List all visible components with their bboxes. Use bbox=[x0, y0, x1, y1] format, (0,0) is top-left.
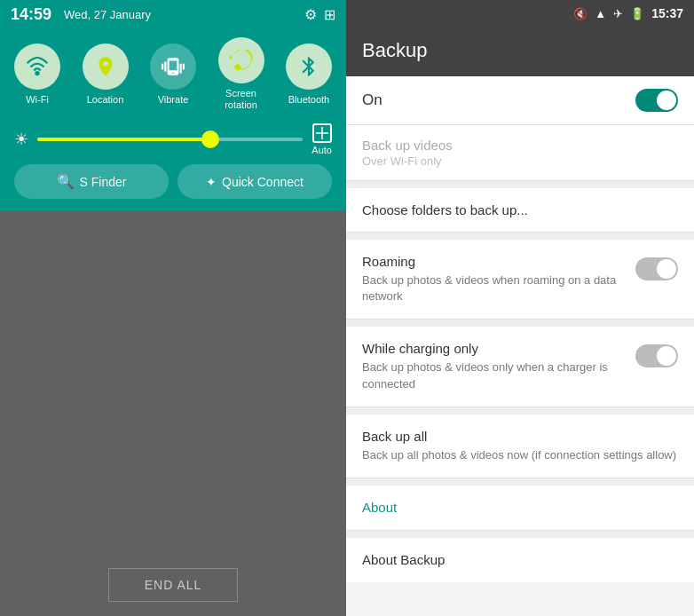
wifi-label: Wi-Fi bbox=[26, 94, 49, 106]
s-finder-icon: 🔍 bbox=[57, 173, 75, 190]
page-title: Backup bbox=[362, 39, 427, 61]
battery-icon: 🔋 bbox=[630, 7, 644, 20]
wifi-status-icon: ▲ bbox=[595, 7, 606, 20]
left-main-area: END ALL bbox=[0, 211, 346, 616]
backup-videos-title: Back up videos bbox=[362, 138, 678, 153]
wifi-icon-circle bbox=[14, 43, 60, 90]
right-panel: 🔇 ▲ ✈ 🔋 15:37 Backup On Back up videos O… bbox=[346, 0, 694, 616]
divider-5 bbox=[346, 478, 694, 486]
about-backup-row[interactable]: About Backup bbox=[346, 538, 694, 582]
on-toggle-row[interactable]: On bbox=[346, 76, 694, 125]
brightness-row: ☀ Auto bbox=[14, 123, 332, 155]
auto-label: Auto bbox=[312, 123, 332, 155]
roaming-subtitle: Back up photos & videos when roaming on … bbox=[362, 272, 625, 304]
while-charging-subtitle: Back up photos & videos only when a char… bbox=[362, 359, 625, 391]
bluetooth-label: Bluetooth bbox=[288, 94, 329, 106]
about-label: About bbox=[362, 500, 397, 515]
quick-icons-row: Wi-Fi Location Vibrate bbox=[14, 37, 332, 111]
quick-vibrate[interactable]: Vibrate bbox=[150, 43, 196, 106]
divider-2 bbox=[346, 233, 694, 240]
about-row[interactable]: About bbox=[346, 486, 694, 531]
mute-icon: 🔇 bbox=[573, 7, 588, 20]
on-label: On bbox=[362, 91, 382, 109]
backup-videos-subtitle: Over Wi-Fi only bbox=[362, 154, 678, 168]
left-status-icons: ⚙ ⊞ bbox=[304, 6, 335, 23]
roaming-row[interactable]: Roaming Back up photos & videos when roa… bbox=[346, 240, 694, 320]
brightness-thumb bbox=[201, 130, 219, 148]
right-status-bar: 🔇 ▲ ✈ 🔋 15:37 bbox=[346, 0, 694, 27]
quick-connect-icon: ✦ bbox=[206, 175, 217, 189]
about-backup-label: About Backup bbox=[362, 552, 445, 567]
choose-folders-row[interactable]: Choose folders to back up... bbox=[346, 188, 694, 233]
quick-screen-rotation[interactable]: Screen rotation bbox=[218, 37, 264, 111]
divider-4 bbox=[346, 407, 694, 415]
while-charging-toggle[interactable] bbox=[635, 344, 678, 367]
roaming-title: Roaming bbox=[362, 254, 625, 269]
divider-6 bbox=[346, 531, 694, 538]
left-date: Wed, 27 January bbox=[64, 8, 151, 21]
roaming-text: Roaming Back up photos & videos when roa… bbox=[362, 254, 635, 304]
quick-wifi[interactable]: Wi-Fi bbox=[14, 43, 60, 106]
end-all-button[interactable]: END ALL bbox=[108, 568, 239, 602]
quick-settings-panel: Wi-Fi Location Vibrate bbox=[0, 28, 346, 211]
roaming-toggle[interactable] bbox=[635, 257, 678, 280]
s-finder-label: S Finder bbox=[80, 175, 127, 189]
location-label: Location bbox=[87, 94, 124, 106]
grid-icon[interactable]: ⊞ bbox=[324, 6, 335, 23]
choose-folders-title: Choose folders to back up... bbox=[362, 202, 678, 217]
while-charging-title: While charging only bbox=[362, 341, 625, 356]
back-up-all-title: Back up all bbox=[362, 429, 678, 444]
quick-actions-row: 🔍 S Finder ✦ Quick Connect bbox=[14, 164, 332, 199]
divider-1 bbox=[346, 181, 694, 188]
back-up-all-row[interactable]: Back up all Back up all photos & videos … bbox=[346, 415, 694, 478]
quick-bluetooth[interactable]: Bluetooth bbox=[286, 43, 332, 106]
while-charging-text: While charging only Back up photos & vid… bbox=[362, 341, 635, 391]
backup-toggle[interactable] bbox=[635, 89, 678, 112]
settings-icon[interactable]: ⚙ bbox=[304, 6, 317, 23]
brightness-slider[interactable] bbox=[37, 138, 303, 141]
screen-rotation-icon-circle bbox=[218, 37, 264, 83]
screen-rotation-label: Screen rotation bbox=[225, 88, 257, 111]
svg-point-0 bbox=[35, 72, 38, 75]
right-time: 15:37 bbox=[651, 6, 683, 20]
backup-videos-row: Back up videos Over Wi-Fi only bbox=[346, 125, 694, 181]
vibrate-label: Vibrate bbox=[158, 94, 189, 106]
brightness-fill bbox=[37, 138, 210, 141]
vibrate-icon-circle bbox=[150, 43, 196, 90]
left-time: 14:59 bbox=[11, 5, 51, 24]
airplane-icon: ✈ bbox=[613, 7, 623, 20]
left-status-bar: 14:59 Wed, 27 January ⚙ ⊞ bbox=[0, 0, 346, 28]
divider-3 bbox=[346, 320, 694, 327]
bluetooth-icon-circle bbox=[286, 43, 332, 90]
right-header: Backup bbox=[346, 27, 694, 76]
while-charging-row[interactable]: While charging only Back up photos & vid… bbox=[346, 327, 694, 407]
left-panel: 14:59 Wed, 27 January ⚙ ⊞ Wi-Fi bbox=[0, 0, 346, 616]
quick-connect-label: Quick Connect bbox=[222, 175, 304, 189]
quick-connect-button[interactable]: ✦ Quick Connect bbox=[177, 164, 332, 199]
quick-location[interactable]: Location bbox=[83, 43, 129, 106]
auto-icon bbox=[312, 123, 332, 143]
location-icon-circle bbox=[83, 43, 129, 90]
back-up-all-subtitle: Back up all photos & videos now (if conn… bbox=[362, 447, 678, 463]
s-finder-button[interactable]: 🔍 S Finder bbox=[14, 164, 169, 199]
brightness-low-icon: ☀ bbox=[14, 130, 28, 149]
